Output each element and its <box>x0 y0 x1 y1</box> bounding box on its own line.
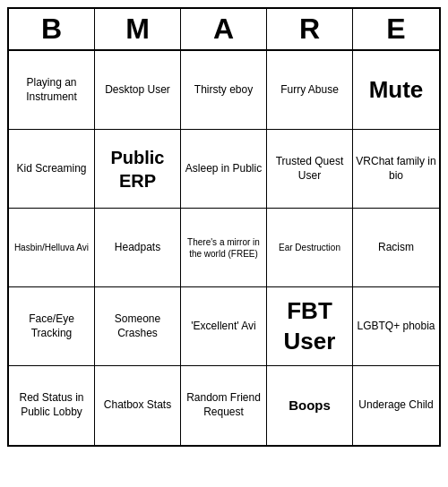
cell-r2-c1: Headpats <box>95 209 181 287</box>
header-row: BMARE <box>9 9 439 51</box>
header-B: B <box>9 9 95 49</box>
cell-r4-c2: Random Friend Request <box>181 366 267 445</box>
header-R: R <box>267 9 353 49</box>
cell-r2-c0: Hasbin/Helluva Avi <box>9 209 95 287</box>
cell-r2-c2: There's a mirror in the world (FREE) <box>181 209 267 287</box>
cell-r0-c1: Desktop User <box>95 51 181 130</box>
cell-r4-c4: Underage Child <box>353 366 439 445</box>
cell-r4-c1: Chatbox Stats <box>95 366 181 445</box>
bingo-card: BMARE Playing an InstrumentDesktop UserT… <box>7 7 441 447</box>
cell-r1-c2: Asleep in Public <box>181 130 267 209</box>
bingo-grid: Playing an InstrumentDesktop UserThirsty… <box>9 51 439 445</box>
cell-r1-c4: VRChat family in bio <box>353 130 439 209</box>
header-M: M <box>95 9 181 49</box>
cell-r1-c1: Public ERP <box>95 130 181 209</box>
cell-r3-c4: LGBTQ+ phobia <box>353 287 439 366</box>
cell-r4-c3: Boops <box>267 366 353 445</box>
cell-r3-c0: Face/Eye Tracking <box>9 287 95 366</box>
cell-r3-c3: FBT User <box>267 287 353 366</box>
cell-r1-c3: Trusted Quest User <box>267 130 353 209</box>
cell-r4-c0: Red Status in Public Lobby <box>9 366 95 445</box>
cell-r3-c1: Someone Crashes <box>95 287 181 366</box>
cell-r0-c4: Mute <box>353 51 439 130</box>
cell-r2-c3: Ear Destruction <box>267 209 353 287</box>
header-E: E <box>353 9 439 49</box>
cell-r0-c3: Furry Abuse <box>267 51 353 130</box>
header-A: A <box>181 9 267 49</box>
cell-r0-c2: Thirsty eboy <box>181 51 267 130</box>
cell-r3-c2: 'Excellent' Avi <box>181 287 267 366</box>
cell-r0-c0: Playing an Instrument <box>9 51 95 130</box>
cell-r1-c0: Kid Screaming <box>9 130 95 209</box>
cell-r2-c4: Racism <box>353 209 439 287</box>
